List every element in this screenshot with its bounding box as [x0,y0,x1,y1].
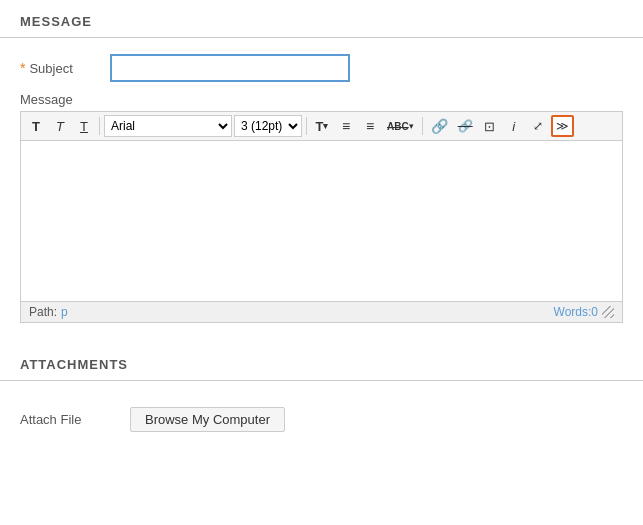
italic-button[interactable]: T [49,115,71,137]
chevron-down-icon: ≫ [556,120,569,132]
image-button[interactable]: ⊡ [479,115,501,137]
editor-body[interactable] [21,141,622,301]
ordered-list-button[interactable]: ≡ [359,115,381,137]
subject-input[interactable] [110,54,350,82]
attachments-section: ATTACHMENTS Attach File Browse My Comput… [0,343,643,442]
path-value: p [61,305,68,319]
more-button[interactable]: ≫ [551,115,574,137]
image-icon: ⊡ [484,119,495,134]
abc-icon: ABC [387,121,409,132]
attachments-header: ATTACHMENTS [0,343,643,381]
attachments-title: ATTACHMENTS [20,357,128,372]
format-button[interactable]: T ▾ [311,115,333,137]
message-label: Message [20,92,623,107]
bold-button[interactable]: T [25,115,47,137]
editor-toolbar: T T T Arial Times New Roman Courier New … [21,112,622,141]
words-label-text: Words:0 [554,305,598,319]
message-editor: T T T Arial Times New Roman Courier New … [20,111,623,323]
browse-computer-button[interactable]: Browse My Computer [130,407,285,432]
fullscreen-icon: ⤢ [533,119,543,133]
required-star: * [20,60,25,76]
editor-footer: Path: p Words:0 [21,301,622,322]
message-title: MESSAGE [20,14,92,29]
subject-label: Subject [29,61,72,76]
misc-icon: i [512,119,515,134]
attach-file-row: Attach File Browse My Computer [0,397,643,442]
font-family-select[interactable]: Arial Times New Roman Courier New [104,115,232,137]
unordered-list-button[interactable]: ≡ [335,115,357,137]
path-label: Path: [29,305,57,319]
spellcheck-button[interactable]: ABC ▾ [383,115,418,137]
attach-file-label: Attach File [20,412,110,427]
unlink-button[interactable]: 🔗 [454,115,477,137]
toolbar-divider-3 [422,117,423,135]
form-area: * Subject Message T T T Arial Times New … [0,54,643,323]
message-section-header: MESSAGE [0,0,643,38]
underline-button[interactable]: T [73,115,95,137]
fullscreen-button[interactable]: ⤢ [527,115,549,137]
subject-label-container: * Subject [20,60,110,76]
font-size-select[interactable]: 1 (8pt) 2 (10pt) 3 (12pt) 4 (14pt) 5 (18… [234,115,302,137]
subject-row: * Subject [20,54,623,82]
link-icon: 🔗 [431,118,448,134]
toolbar-divider-1 [99,117,100,135]
misc-button[interactable]: i [503,115,525,137]
link-button[interactable]: 🔗 [427,115,452,137]
editor-path: Path: p [29,305,68,319]
unlink-icon: 🔗 [458,119,473,133]
toolbar-divider-2 [306,117,307,135]
resize-handle[interactable] [602,306,614,318]
